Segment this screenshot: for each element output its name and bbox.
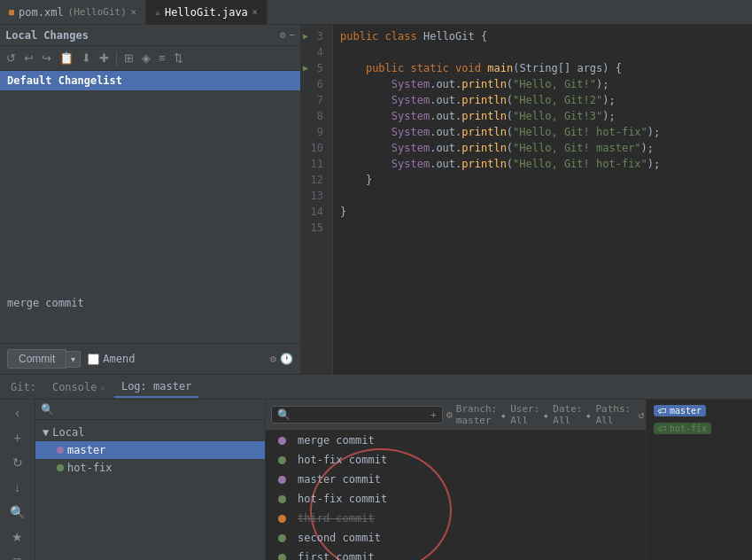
line-num-10: 10 — [301, 140, 329, 156]
commit-dot-4 — [278, 515, 286, 523]
badge-tag-icon-hotfix: 🏷 — [658, 424, 667, 433]
paths-filter-label[interactable]: Paths: All — [595, 403, 631, 426]
commit-graph-1 — [273, 456, 291, 464]
git-history-btn[interactable]: ⧉ — [5, 552, 30, 560]
branch-expand-icon: ▼ — [43, 426, 49, 439]
minimize-icon[interactable]: − — [289, 29, 295, 41]
amend-icons: ⚙ 🕐 — [270, 353, 293, 365]
branch-group-local[interactable]: ▼ Local — [35, 424, 265, 441]
left-panel-header: Local Changes ⚙ − — [0, 25, 300, 46]
commits-search-icon: 🔍 — [277, 408, 291, 421]
date-filter-label[interactable]: Date: All — [553, 403, 582, 426]
code-line-14: } — [340, 204, 745, 220]
commit-row-2[interactable]: master commit — [266, 470, 646, 489]
code-line-7: System.out.println("Hello, Git!2"); — [340, 92, 745, 108]
date-filter-sep: ⬥ — [585, 409, 592, 421]
commit-row-0[interactable]: merge commit — [266, 431, 646, 450]
tab-java-close[interactable]: × — [252, 7, 258, 17]
amend-checkbox-input[interactable] — [88, 354, 99, 365]
git-nav-back-btn[interactable]: ‹ — [5, 403, 30, 423]
git-search-btn[interactable]: 🔍 — [5, 502, 30, 522]
branch-item-hotfix[interactable]: hot-fix — [35, 459, 265, 477]
git-tab-log[interactable]: Log: master — [114, 377, 198, 398]
branch-filter-label[interactable]: Branch: master — [456, 403, 497, 426]
git-fetch-btn[interactable]: ↻ — [5, 453, 30, 472]
badge-tag-label-hotfix: hot-fix — [670, 424, 707, 433]
commit-row-5[interactable]: second commit — [266, 528, 646, 548]
undo-btn[interactable]: ↩ — [21, 50, 36, 66]
expand-btn[interactable]: ◈ — [139, 50, 153, 66]
arrow-icon-5: ▶ — [303, 60, 308, 76]
refresh-btn[interactable]: ↺ — [4, 50, 19, 66]
git-new-branch-btn[interactable]: + — [5, 428, 30, 447]
badge-tag-icon-master: 🏷 — [658, 406, 667, 416]
badge-item-master: 🏷 master — [650, 403, 748, 418]
commit-row-1[interactable]: hot-fix commit — [266, 450, 646, 470]
code-line-9: System.out.println("Hello, Git! hot-fix"… — [340, 124, 745, 140]
commit-graph-5 — [273, 534, 291, 542]
commit-tb-btn[interactable]: ✚ — [97, 50, 112, 66]
line-num-4: 4 — [301, 44, 329, 60]
line-num-11: 11 — [301, 156, 329, 172]
branch-dot-hotfix — [57, 464, 64, 471]
git-sidebar: ‹ + ↻ ↓ 🔍 ★ ⧉ — [0, 400, 35, 560]
code-line-12: } — [340, 172, 745, 188]
git-tab-console[interactable]: Console× — [45, 377, 112, 397]
commit-label-5: second commit — [298, 532, 639, 544]
tab-java-label: HelloGit.java — [165, 6, 248, 19]
tab-pom-xml[interactable]: ■ pom.xml (HelloGit) × — [0, 0, 146, 25]
commit-message-area[interactable]: merge commit — [0, 290, 300, 343]
commit-row-3[interactable]: hot-fix commit — [266, 489, 646, 509]
commit-arrow-button[interactable]: ▾ — [66, 351, 81, 368]
line-num-13: 13 — [301, 188, 329, 204]
tabs-bar: ■ pom.xml (HelloGit) × ☕ HelloGit.java × — [0, 0, 752, 25]
commits-search-input[interactable] — [294, 408, 427, 421]
update-btn[interactable]: ⬇ — [79, 50, 94, 66]
git-pull-btn[interactable]: ↓ — [5, 478, 30, 497]
tab-pom-subtitle: (HelloGit) — [68, 6, 127, 18]
branch-item-master[interactable]: master — [35, 441, 265, 459]
tab-pom-label: pom.xml — [19, 6, 64, 19]
code-line-6: System.out.println("Hello, Git!"); — [340, 76, 745, 92]
commit-label-1: hot-fix commit — [298, 454, 639, 466]
branch-search-input[interactable] — [58, 403, 260, 416]
code-line-15 — [340, 220, 745, 236]
tab-hellojava[interactable]: ☕ HelloGit.java × — [146, 0, 267, 25]
commit-row-4[interactable]: third commit — [266, 509, 646, 528]
line-num-12: 12 — [301, 172, 329, 188]
line-numbers: ▶3 4 ▶5 6 7 8 9 10 11 12 13 14 15 — [301, 25, 333, 374]
git-content: ‹ + ↻ ↓ 🔍 ★ ⧉ 🔍 ▼ Local master — [0, 400, 752, 560]
commit-dot-2 — [278, 476, 286, 484]
changelist-header[interactable]: Default Changelist — [0, 71, 300, 90]
sort-btn[interactable]: ⇅ — [171, 50, 186, 66]
commit-graph-0 — [273, 437, 291, 445]
collapse-btn[interactable]: ≡ — [156, 50, 168, 66]
commit-label-2: master commit — [298, 473, 639, 486]
refresh-filter-icon[interactable]: ↺ — [638, 408, 644, 421]
git-branch-search: 🔍 — [35, 400, 265, 420]
diff-btn[interactable]: 📋 — [57, 50, 76, 66]
left-panel-title: Local Changes — [5, 29, 89, 42]
console-tab-close[interactable]: × — [100, 384, 105, 393]
commits-settings-icon[interactable]: ⚙ — [446, 408, 453, 421]
line-num-14: 14 — [301, 204, 329, 220]
code-area[interactable]: public class HelloGit { public static vo… — [333, 25, 752, 374]
line-num-5: ▶5 — [301, 60, 329, 76]
amend-checkbox-label[interactable]: Amend — [88, 353, 135, 365]
line-num-9: 9 — [301, 124, 329, 140]
commit-row-6[interactable]: first commit — [266, 548, 646, 560]
settings-icon[interactable]: ⚙ — [280, 29, 286, 41]
commit-graph-2 — [273, 476, 291, 484]
tab-pom-close[interactable]: × — [131, 7, 136, 17]
git-tab-git[interactable]: Git: — [4, 377, 43, 397]
amend-settings-icon[interactable]: ⚙ — [270, 353, 276, 365]
git-star-btn[interactable]: ★ — [5, 527, 30, 547]
redo-btn[interactable]: ↪ — [39, 50, 54, 66]
group-btn[interactable]: ⊞ — [121, 50, 136, 66]
user-filter-label[interactable]: User: All — [510, 403, 539, 426]
commit-button[interactable]: Commit — [7, 349, 66, 369]
amend-clock-icon[interactable]: 🕐 — [280, 353, 293, 365]
branch-dot-master — [57, 447, 64, 454]
header-icons: ⚙ − — [280, 29, 295, 41]
code-line-10: System.out.println("Hello, Git! master")… — [340, 140, 745, 156]
